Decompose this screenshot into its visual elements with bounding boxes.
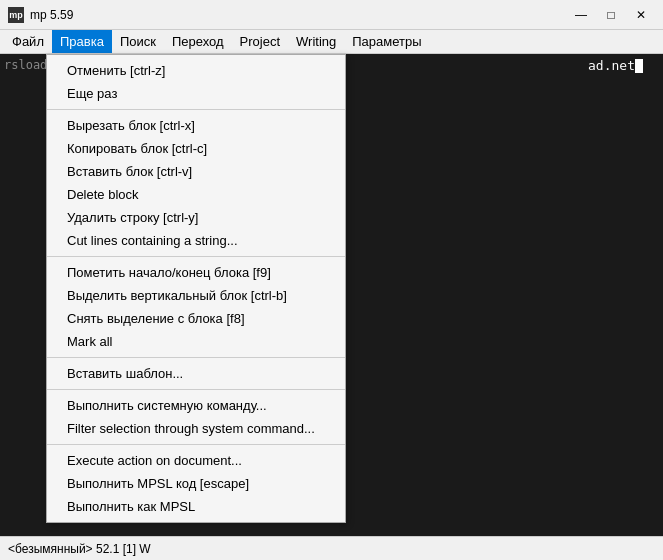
left-terminal-text: rsload — [4, 58, 47, 72]
menu-file[interactable]: Файл — [4, 30, 52, 53]
menu-project[interactable]: Project — [232, 30, 288, 53]
menu-delete-block[interactable]: Delete block — [47, 183, 345, 206]
status-text: <безымянный> 52.1 [1] W — [8, 542, 151, 556]
title-bar-text: mp 5.59 — [30, 8, 567, 22]
menu-goto[interactable]: Переход — [164, 30, 232, 53]
menu-delete-line[interactable]: Удалить строку [ctrl-y] — [47, 206, 345, 229]
separator-5 — [47, 444, 345, 445]
maximize-button[interactable]: □ — [597, 5, 625, 25]
menu-bar: Файл Правка Поиск Переход Project Writin… — [0, 30, 663, 54]
menu-mark-begin[interactable]: Пометить начало/конец блока [f9] — [47, 261, 345, 284]
title-bar: mp mp 5.59 — □ ✕ — [0, 0, 663, 30]
menu-exec-sys[interactable]: Выполнить системную команду... — [47, 394, 345, 417]
menu-writing[interactable]: Writing — [288, 30, 344, 53]
menu-undo[interactable]: Отменить [ctrl-z] — [47, 59, 345, 82]
menu-settings[interactable]: Параметры — [344, 30, 429, 53]
app-icon: mp — [8, 7, 24, 23]
title-bar-controls: — □ ✕ — [567, 5, 655, 25]
menu-unmark[interactable]: Снять выделение с блока [f8] — [47, 307, 345, 330]
menu-exec-mpsl2[interactable]: Выполнить как MPSL — [47, 495, 345, 518]
separator-3 — [47, 357, 345, 358]
menu-edit[interactable]: Правка — [52, 30, 112, 53]
status-bar: <безымянный> 52.1 [1] W — [0, 536, 663, 560]
separator-1 — [47, 109, 345, 110]
menu-filter-sel[interactable]: Filter selection through system command.… — [47, 417, 345, 440]
close-button[interactable]: ✕ — [627, 5, 655, 25]
menu-redo[interactable]: Еще раз — [47, 82, 345, 105]
main-area: rsload ad.net Отменить [ctrl-z] Еще раз … — [0, 54, 663, 536]
edit-dropdown: Отменить [ctrl-z] Еще раз Вырезать блок … — [46, 54, 346, 523]
menu-vertical-block[interactable]: Выделить вертикальный блок [ctrl-b] — [47, 284, 345, 307]
menu-exec-action[interactable]: Execute action on document... — [47, 449, 345, 472]
menu-copy[interactable]: Копировать блок [ctrl-c] — [47, 137, 345, 160]
menu-search[interactable]: Поиск — [112, 30, 164, 53]
menu-insert-template[interactable]: Вставить шаблон... — [47, 362, 345, 385]
menu-paste[interactable]: Вставить блок [ctrl-v] — [47, 160, 345, 183]
separator-2 — [47, 256, 345, 257]
menu-cut-lines[interactable]: Cut lines containing a string... — [47, 229, 345, 252]
terminal-text: ad.net — [588, 58, 643, 73]
cursor — [635, 59, 643, 73]
minimize-button[interactable]: — — [567, 5, 595, 25]
menu-exec-mpsl[interactable]: Выполнить MPSL код [escape] — [47, 472, 345, 495]
separator-4 — [47, 389, 345, 390]
menu-cut[interactable]: Вырезать блок [ctrl-x] — [47, 114, 345, 137]
menu-mark-all[interactable]: Mark all — [47, 330, 345, 353]
